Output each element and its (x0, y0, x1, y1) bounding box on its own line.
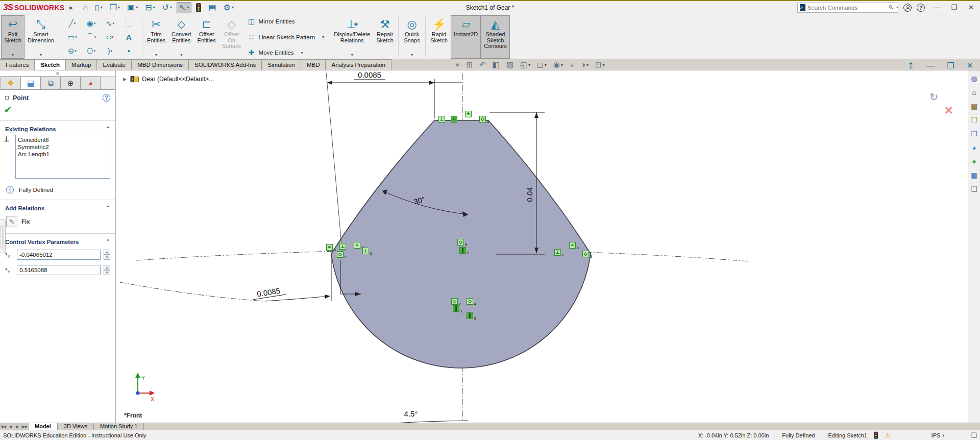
relation-marker[interactable]: ∥3 (467, 312, 473, 319)
exit-sketch-button[interactable]: ↩ Exit Sketch▾ (1, 15, 24, 59)
search-dropdown-icon[interactable]: ▾ (896, 5, 898, 10)
x-coordinate-field[interactable] (17, 250, 101, 260)
mirror-entities-button[interactable]: ◫ Mirror Entities (248, 17, 325, 26)
print-icon[interactable]: ⊟▾ (142, 2, 157, 13)
dimension-leader-arc[interactable] (265, 296, 330, 301)
units-selector[interactable]: IPS (932, 432, 941, 438)
doc-close-icon[interactable]: ✕ (964, 60, 976, 71)
text-tool[interactable]: A (119, 30, 138, 44)
relation-item[interactable]: Arc Length1 (18, 151, 108, 158)
display-style-icon[interactable]: ◻▾ (536, 60, 547, 69)
relation-item[interactable]: Coincident6 (18, 136, 108, 143)
custom-properties-tag-icon[interactable]: ❏ (971, 431, 977, 439)
appearances-icon[interactable]: ◕ (971, 142, 977, 153)
scenes-icon[interactable]: ● (971, 156, 977, 166)
tab-solidworks-addins[interactable]: SOLIDWORKS Add-Ins (188, 59, 262, 70)
select-cursor-icon[interactable]: ↖▾ (177, 2, 191, 13)
collapse-chevron-icon[interactable]: ⌃ (106, 238, 110, 245)
relation-marker[interactable]: ∥2 (459, 247, 466, 254)
tab-analysis-preparation[interactable]: Analysis Preparation (325, 59, 391, 70)
performance-evaluation-icon[interactable] (193, 2, 204, 14)
confirmation-corner-exit-icon[interactable]: ↻ (929, 91, 938, 103)
tab-mbd-dimensions[interactable]: MBD Dimensions (131, 59, 189, 70)
units-dropdown-icon[interactable]: ▴ (942, 433, 944, 437)
rectangle-tool[interactable]: ▭▾ (63, 30, 82, 44)
y-coordinate-field[interactable] (17, 265, 101, 275)
relation-marker[interactable]: =3 (569, 242, 576, 249)
tab-model[interactable]: Model (29, 423, 58, 430)
help-icon[interactable]: ? (917, 4, 925, 12)
relation-marker[interactable]: ◇2 (337, 251, 344, 258)
ribbon-pin-icon[interactable]: ↥ (905, 60, 917, 71)
edit-appearance-icon[interactable]: ◕ (569, 60, 575, 69)
angle-dimension-arc[interactable] (394, 421, 468, 423)
slot-tool[interactable]: ⊖▾ (63, 44, 82, 58)
tab-display-manager[interactable]: ◕ (80, 77, 101, 89)
instant2d-button[interactable]: ▱ Instant2D (451, 15, 481, 59)
prev-tab-icon[interactable]: ◀ (7, 423, 14, 430)
view-settings-icon[interactable]: ⊡▾ (594, 60, 606, 69)
next-tab-icon[interactable]: ▶ (14, 423, 21, 430)
custom-properties-icon[interactable]: ▦ (970, 170, 978, 180)
relation-marker[interactable]: ⊥ (438, 116, 445, 123)
collapse-chevron-icon[interactable]: ⌃ (106, 205, 110, 211)
relation-marker[interactable]: =3 (326, 244, 333, 251)
account-icon[interactable] (903, 4, 912, 12)
sketch-annotation-icon[interactable]: ▨ (505, 60, 514, 69)
search-input[interactable] (807, 5, 886, 11)
linear-sketch-pattern-button[interactable]: ∷ Linear Sketch Pattern▾ (248, 33, 325, 41)
collapse-chevron-icon[interactable]: ⌃ (106, 126, 110, 132)
construction-arc[interactable] (120, 282, 264, 301)
relation-marker[interactable]: + (465, 111, 472, 117)
collapsed-flyout-tab[interactable] (0, 219, 6, 253)
trim-entities-button[interactable]: ✂ Trim Entities▾ (144, 15, 168, 59)
panel-resize-grip[interactable] (0, 70, 115, 77)
performance-status-icon[interactable] (873, 431, 878, 440)
last-tab-icon[interactable]: ▶▶ (21, 423, 29, 430)
window-minimize-icon[interactable]: — (930, 4, 943, 11)
window-restore-icon[interactable]: ❐ (948, 4, 960, 11)
display-delete-relations-button[interactable]: ⊥◉ Display/Delete Relations▾ (331, 15, 373, 59)
ellipse-tool[interactable]: ○▾ (101, 30, 119, 44)
tab-sketch[interactable]: Sketch (34, 59, 66, 70)
save-icon[interactable]: ▣▾ (125, 2, 140, 13)
relation-marker[interactable]: ◇4 (479, 116, 486, 123)
search-commands-box[interactable]: >_ 🔍︎ ▾ (797, 3, 898, 13)
move-entities-button[interactable]: ✚ Move Entities▾ (248, 48, 325, 57)
ok-check-icon[interactable]: ✔ (4, 105, 11, 115)
forum-icon[interactable]: ❏ (970, 184, 978, 194)
fillet-tool[interactable]: )▾ (101, 44, 119, 58)
options-list-icon[interactable]: ▤ (206, 2, 218, 13)
x-spinner[interactable]: ▲▼ (104, 250, 110, 260)
convert-entities-button[interactable]: ⬦ Convert Entities▾ (168, 15, 194, 59)
diagonal-construction-line[interactable] (326, 72, 342, 256)
apply-scene-icon[interactable]: ◑▾ (580, 60, 590, 69)
dimension-text-height[interactable]: 0.04 (525, 187, 534, 202)
tab-dimxpert-manager[interactable]: ⊕ (60, 77, 81, 89)
tab-mbd[interactable]: MBD (301, 59, 326, 70)
arc-tool[interactable]: ⌒▾ (82, 30, 101, 44)
threedexperience-icon[interactable]: ◍ (970, 74, 978, 84)
doc-restore-icon[interactable]: ❐ (944, 60, 957, 71)
design-library-icon[interactable]: ▤ (970, 101, 978, 111)
dimension-text-top[interactable]: 0.0085 (358, 70, 381, 79)
rapid-sketch-button[interactable]: ⚡ Rapid Sketch (427, 15, 451, 59)
search-icon[interactable]: 🔍︎ (888, 4, 894, 11)
open-file-icon[interactable]: ❒▾ (107, 2, 122, 13)
offset-entities-button[interactable]: ⊏ Offset Entities (194, 15, 219, 59)
warning-status-icon[interactable]: ⚠ (885, 431, 891, 439)
relation-marker[interactable]: ⊥ (339, 243, 346, 250)
first-tab-icon[interactable]: ◀◀ (0, 423, 7, 430)
tab-evaluate[interactable]: Evaluate (96, 59, 132, 70)
tab-features[interactable]: Features (0, 59, 35, 70)
doc-minimize-icon[interactable]: — (924, 60, 937, 71)
new-file-icon[interactable]: ▯▾ (92, 2, 105, 13)
fix-relation-button[interactable]: ✎ Fix (0, 214, 115, 232)
view-palette-icon[interactable]: ❐ (970, 129, 978, 139)
relation-marker[interactable]: ∥1 (453, 305, 459, 312)
relation-item[interactable]: Symmetric2 (18, 143, 108, 151)
relation-marker[interactable]: =3 (354, 242, 360, 249)
panel-help-icon[interactable]: ? (103, 94, 110, 102)
relation-marker[interactable]: ◇4 (467, 298, 473, 305)
shaded-sketch-contours-button[interactable]: ◭ Shaded Sketch Contours (481, 15, 510, 59)
